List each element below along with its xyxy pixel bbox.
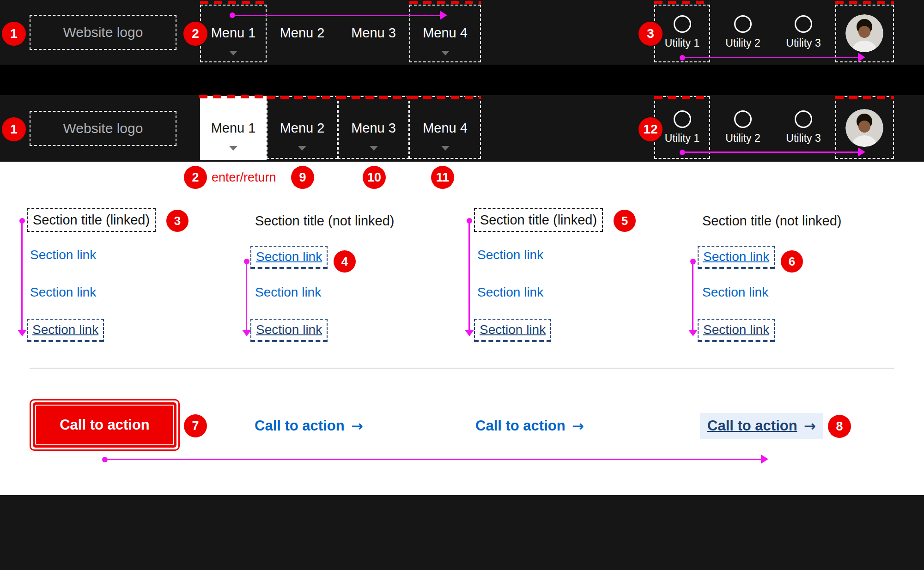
section-link[interactable]: Section link <box>255 285 321 300</box>
focus-path-line <box>246 263 247 331</box>
user-avatar[interactable] <box>845 14 883 52</box>
section-title-linked[interactable]: Section title (linked) <box>474 208 603 232</box>
cta-link-label: Call to action <box>475 418 565 434</box>
caret-down-icon <box>229 146 237 151</box>
cta-button-focus-ring: Call to action <box>30 399 180 451</box>
section-link-focused[interactable]: Section link <box>698 319 775 342</box>
annotation-badge-6: 6 <box>781 250 803 273</box>
caret-down-icon <box>298 146 306 151</box>
menu-label: Menu 3 <box>338 121 409 136</box>
focus-path-line <box>468 223 470 331</box>
user-avatar[interactable] <box>845 109 883 147</box>
focus-path-line <box>105 459 761 460</box>
nav-utility-2[interactable]: Utility 2 <box>715 0 771 65</box>
focus-path-arrow <box>761 455 768 464</box>
focus-path-arrow <box>18 330 27 336</box>
call-to-action-link-focused[interactable]: Call to action → <box>700 413 823 439</box>
utility-label: Utility 2 <box>715 37 771 49</box>
menu-label: Menu 2 <box>267 121 338 136</box>
section-link-label: Section link <box>256 249 322 264</box>
section-link-focused[interactable]: Section link <box>27 319 104 342</box>
section-link-focused[interactable]: Section link <box>250 246 328 269</box>
nav-menu-3[interactable]: Menu 3 <box>338 0 409 65</box>
focus-path-dot <box>230 12 235 18</box>
section-title-linked[interactable]: Section title (linked) <box>27 208 156 232</box>
page-footer <box>0 495 924 570</box>
cta-link-label: Call to action <box>255 418 345 434</box>
section-title: Section title (not linked) <box>255 213 394 228</box>
menu-label: Menu 1 <box>200 121 267 136</box>
annotation-badge-3: 3 <box>638 22 663 46</box>
caret-down-icon <box>441 146 450 151</box>
annotation-badge-9: 9 <box>291 166 314 189</box>
focus-path-arrow <box>242 330 251 336</box>
website-logo[interactable]: Website logo <box>30 15 176 50</box>
section-link-focused[interactable]: Section link <box>474 319 551 342</box>
annotation-badge-4: 4 <box>334 250 356 273</box>
section-link[interactable]: Section link <box>30 248 96 262</box>
tab-stop-marker <box>409 1 481 4</box>
section-link[interactable]: Section link <box>477 285 543 300</box>
megamenu-divider <box>30 368 894 369</box>
website-logo[interactable]: Website logo <box>30 111 176 146</box>
key-hint-label: enter/return <box>212 170 276 185</box>
nav-menu-1[interactable]: Menu 1 <box>200 0 267 65</box>
masthead-collapsed: 1 Website logo Menu 1 Menu 2 Menu 3 Menu… <box>0 0 924 65</box>
tab-stop-marker <box>835 96 894 99</box>
utility-label: Utility 3 <box>776 37 831 49</box>
tab-stop-marker <box>409 96 481 99</box>
nav-menu-1-expanded[interactable]: Menu 1 <box>200 95 267 162</box>
annotation-badge-11: 11 <box>431 166 454 189</box>
section-link-label: Section link <box>256 322 322 337</box>
nav-utility-3[interactable]: Utility 3 <box>776 0 831 65</box>
tab-stop-marker <box>835 1 894 4</box>
menu-label: Menu 4 <box>409 25 481 41</box>
focus-path-dot <box>690 259 696 264</box>
focus-path-line <box>21 223 23 331</box>
focus-path-line <box>682 152 860 153</box>
section-link[interactable]: Section link <box>30 285 96 300</box>
annotation-badge-1: 1 <box>2 22 26 46</box>
call-to-action-button[interactable]: Call to action <box>33 402 176 448</box>
nav-menu-2[interactable]: Menu 2 <box>267 0 338 65</box>
annotation-badge-7: 7 <box>184 414 207 437</box>
nav-menu-4[interactable]: Menu 4 <box>409 0 481 65</box>
focus-path-arrow <box>858 147 865 157</box>
tab-stop-marker <box>654 96 710 99</box>
annotation-badge-1: 1 <box>2 117 26 141</box>
annotation-badge-5: 5 <box>614 210 636 232</box>
utility-circle-icon <box>734 15 752 33</box>
nav-menu-2[interactable]: Menu 2 <box>267 95 338 162</box>
utility-label: Utility 2 <box>715 132 771 145</box>
annotation-badge-3: 3 <box>166 210 188 232</box>
annotation-badge-2: 2 <box>184 166 207 189</box>
utility-label: Utility 1 <box>654 37 710 49</box>
focus-outline <box>654 5 710 62</box>
section-link[interactable]: Section link <box>702 285 768 300</box>
masthead-expanded: 1 Website logo Menu 1 Menu 2 Menu 3 Menu… <box>0 95 924 162</box>
annotation-badge-12: 12 <box>638 117 663 141</box>
utility-circle-icon <box>674 15 691 33</box>
nav-menu-3[interactable]: Menu 3 <box>338 95 409 162</box>
call-to-action-link[interactable]: Call to action → <box>255 417 363 435</box>
menu-label: Menu 2 <box>267 25 338 41</box>
focus-path-dot <box>244 259 249 264</box>
call-to-action-link[interactable]: Call to action → <box>475 417 584 435</box>
tab-stop-marker <box>338 96 409 99</box>
caret-down-icon <box>370 146 378 151</box>
menu-label: Menu 3 <box>338 25 409 41</box>
section-link-focused[interactable]: Section link <box>250 319 328 342</box>
nav-menu-4[interactable]: Menu 4 <box>409 95 481 162</box>
menu-label: Menu 4 <box>409 121 481 136</box>
tab-stop-marker <box>654 1 710 4</box>
focus-path-line <box>232 15 441 16</box>
utility-circle-icon <box>674 110 691 128</box>
section-link-focused[interactable]: Section link <box>698 246 775 269</box>
arrow-right-icon: → <box>804 418 816 434</box>
section-link[interactable]: Section link <box>477 248 543 262</box>
menu-label: Menu 1 <box>200 25 267 41</box>
focus-path-dot <box>102 457 108 462</box>
focus-path-arrow <box>465 330 474 336</box>
utility-circle-icon <box>734 110 752 128</box>
cta-link-label: Call to action <box>707 418 797 434</box>
